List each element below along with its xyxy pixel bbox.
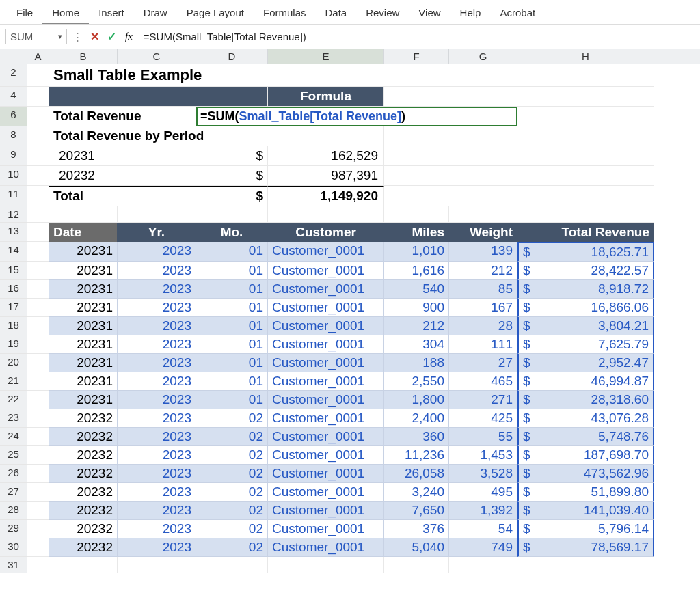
cell-customer[interactable]: Customer_0001 (268, 299, 384, 317)
cell-month[interactable]: 01 (196, 299, 268, 317)
cell-date[interactable]: 20232 (49, 428, 118, 446)
cell-miles[interactable]: 11,236 (384, 446, 449, 465)
cell-miles[interactable]: 212 (384, 317, 449, 335)
cell-weight[interactable]: 139 (449, 242, 517, 262)
cell-year[interactable]: 2023 (118, 335, 196, 354)
cell-month[interactable]: 02 (196, 465, 268, 483)
column-header[interactable]: H (517, 49, 654, 64)
cell-year[interactable]: 2023 (118, 502, 196, 520)
cell[interactable] (27, 146, 49, 166)
currency-symbol[interactable]: $ (196, 186, 268, 206)
cell-date[interactable]: 20231 (49, 335, 118, 354)
column-header[interactable]: F (384, 49, 449, 64)
cell-weight[interactable]: 271 (449, 391, 517, 409)
row-header[interactable]: 25 (0, 446, 27, 465)
cell-miles[interactable]: 376 (384, 520, 449, 538)
cell[interactable] (384, 146, 654, 166)
column-header[interactable]: G (449, 49, 517, 64)
row-header[interactable]: 15 (0, 262, 27, 280)
cell-month[interactable]: 02 (196, 409, 268, 428)
cell[interactable] (27, 126, 49, 146)
cell-total-revenue[interactable]: $3,804.21 (517, 317, 654, 335)
ribbon-item-acrobat[interactable]: Acrobat (490, 3, 545, 24)
row-header[interactable]: 14 (0, 242, 27, 262)
cell[interactable] (27, 223, 49, 242)
cell-customer[interactable]: Customer_0001 (268, 391, 384, 409)
cell-date[interactable]: 20232 (49, 502, 118, 520)
cell-year[interactable]: 2023 (118, 483, 196, 502)
cell[interactable] (118, 557, 196, 573)
row-header[interactable]: 16 (0, 280, 27, 299)
period-label[interactable]: 20231 (49, 146, 196, 166)
cell-miles[interactable]: 900 (384, 299, 449, 317)
cell-year[interactable]: 2023 (118, 428, 196, 446)
cell-weight[interactable]: 55 (449, 428, 517, 446)
cell-month[interactable]: 02 (196, 446, 268, 465)
cell[interactable] (27, 64, 49, 87)
cell-date[interactable]: 20231 (49, 317, 118, 335)
cell-total-revenue[interactable]: $51,899.80 (517, 483, 654, 502)
name-box[interactable]: SUM ▾ (5, 29, 67, 44)
grand-total-value[interactable]: 1,149,920 (268, 186, 384, 206)
row-header[interactable]: 31 (0, 557, 27, 573)
cell-year[interactable]: 2023 (118, 446, 196, 465)
cell-miles[interactable]: 3,240 (384, 483, 449, 502)
cell[interactable] (268, 557, 384, 573)
cell[interactable] (27, 538, 49, 557)
column-header[interactable]: E (268, 49, 384, 64)
cell[interactable] (27, 409, 49, 428)
cell-year[interactable]: 2023 (118, 409, 196, 428)
cell-date[interactable]: 20232 (49, 538, 118, 557)
table-header[interactable]: Total Revenue (517, 223, 654, 242)
cell-month[interactable]: 02 (196, 483, 268, 502)
cell-total-revenue[interactable]: $5,796.14 (517, 520, 654, 538)
table-header[interactable]: Mo. (196, 223, 268, 242)
row-header[interactable]: 27 (0, 483, 27, 502)
row-header[interactable]: 6 (0, 107, 27, 126)
cell[interactable] (27, 107, 49, 126)
cell-customer[interactable]: Customer_0001 (268, 280, 384, 299)
cell-total-revenue[interactable]: $473,562.96 (517, 465, 654, 483)
cell-month[interactable]: 01 (196, 262, 268, 280)
cell-total-revenue[interactable]: $141,039.40 (517, 502, 654, 520)
cell-date[interactable]: 20231 (49, 391, 118, 409)
cell-total-revenue[interactable]: $7,625.79 (517, 335, 654, 354)
cell-month[interactable]: 02 (196, 538, 268, 557)
cell-date[interactable]: 20231 (49, 280, 118, 299)
period-label[interactable]: 20232 (49, 166, 196, 186)
row-header[interactable]: 20 (0, 354, 27, 372)
cell-total-revenue[interactable]: $187,698.70 (517, 446, 654, 465)
active-cell-formula[interactable]: =SUM(Small_Table[Total Revenue]) (196, 107, 517, 126)
cell[interactable] (27, 87, 49, 107)
cell[interactable] (384, 557, 449, 573)
cell-month[interactable]: 01 (196, 354, 268, 372)
cell-weight[interactable]: 465 (449, 372, 517, 391)
cell-customer[interactable]: Customer_0001 (268, 446, 384, 465)
column-header[interactable] (0, 49, 27, 64)
cell-date[interactable]: 20231 (49, 242, 118, 262)
ribbon-item-formulas[interactable]: Formulas (254, 3, 316, 24)
cell[interactable] (27, 206, 49, 223)
fx-icon[interactable]: fx (122, 31, 135, 42)
cell[interactable] (118, 206, 196, 223)
cell[interactable] (27, 483, 49, 502)
cell[interactable] (517, 107, 654, 126)
cell-total-revenue[interactable]: $8,918.72 (517, 280, 654, 299)
cell-customer[interactable]: Customer_0001 (268, 317, 384, 335)
cell-customer[interactable]: Customer_0001 (268, 483, 384, 502)
cell-date[interactable]: 20232 (49, 409, 118, 428)
cell[interactable] (27, 166, 49, 186)
cell-month[interactable]: 01 (196, 317, 268, 335)
page-title[interactable]: Small Table Example (49, 64, 654, 87)
cell-weight[interactable]: 85 (449, 280, 517, 299)
cell-weight[interactable]: 54 (449, 520, 517, 538)
cell[interactable] (27, 465, 49, 483)
cell[interactable] (49, 206, 118, 223)
cell-total-revenue[interactable]: $16,866.06 (517, 299, 654, 317)
row-header[interactable]: 30 (0, 538, 27, 557)
cell-customer[interactable]: Customer_0001 (268, 409, 384, 428)
cell-month[interactable]: 02 (196, 520, 268, 538)
cell-customer[interactable]: Customer_0001 (268, 242, 384, 262)
row-header[interactable]: 21 (0, 372, 27, 391)
currency-symbol[interactable]: $ (196, 166, 268, 186)
